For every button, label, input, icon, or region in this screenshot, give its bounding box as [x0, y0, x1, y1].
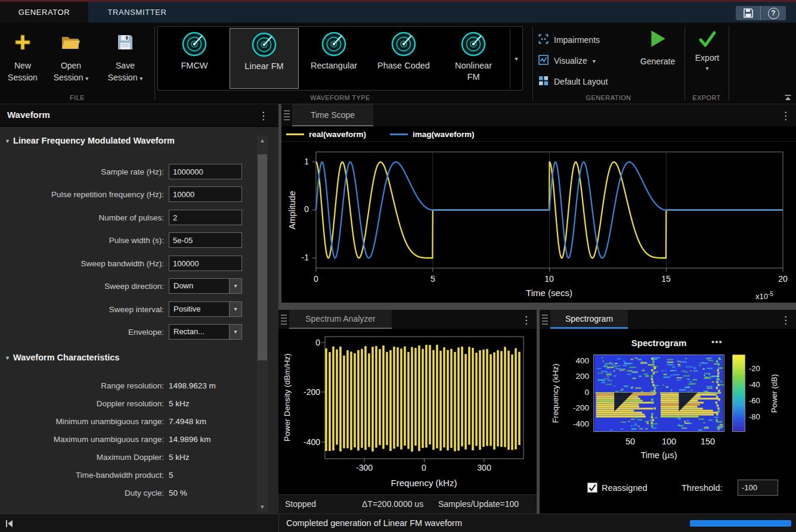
spectrum-analyzer-plot: Power Density (dBm/Hz) 0 -200 -400 -300 …	[278, 329, 537, 494]
waveform-type-rectangular[interactable]: Rectangular	[299, 28, 368, 89]
spectrum-status-state: Stopped	[285, 499, 316, 509]
collapse-ribbon-button[interactable]	[783, 93, 792, 104]
spectrum-analyzer-drag-handle[interactable]	[281, 315, 287, 325]
spectrum-analyzer-header: Spectrum Analyzer ⋮	[278, 310, 537, 329]
panel-divider-horizontal[interactable]	[278, 303, 796, 310]
field-label: Sweep bandwidth (Hz):	[0, 259, 169, 268]
field-label: Pulse width (s):	[0, 236, 169, 245]
x-tick: 15	[654, 274, 678, 284]
radar-icon	[299, 30, 368, 59]
spectrum-analyzer-menu[interactable]: ⋮	[521, 314, 531, 326]
time-scope-plot: Amplitude 1 0 -1 0 5 10 15 20 Time (secs…	[281, 142, 796, 303]
sweep-interval-select[interactable]: Positive ▾	[169, 301, 242, 317]
spectrogram-ylabel: Frequency (kHz)	[549, 354, 561, 432]
reassigned-checkbox[interactable]	[587, 483, 597, 493]
save-dropdown-icon: ▾	[140, 75, 143, 82]
export-button[interactable]: Export ▾	[687, 30, 727, 71]
tab-generator[interactable]: GENERATOR	[0, 2, 88, 23]
envelope-select[interactable]: Rectan... ▾	[169, 324, 242, 340]
gallery-expand-button[interactable]: ▾	[510, 28, 522, 89]
field-label: Sweep direction:	[0, 282, 169, 291]
generate-button[interactable]: Generate	[634, 29, 682, 66]
prf-input[interactable]	[169, 186, 242, 202]
impairments-button[interactable]: Impairments	[538, 34, 600, 46]
default-layout-button[interactable]: Default Layout	[538, 76, 608, 88]
radar-icon	[439, 30, 508, 59]
x-tick: 100	[654, 437, 684, 446]
help-button[interactable]: ?	[761, 6, 786, 20]
sweep-bandwidth-input[interactable]	[169, 256, 242, 271]
spectrum-status-dt: ΔT=200.0000 us	[362, 499, 423, 509]
colorbar-tick: -40	[749, 380, 760, 389]
colorbar-tick: -20	[749, 364, 760, 373]
spectrogram-menu[interactable]: ⋮	[780, 314, 790, 326]
save-session-button[interactable]: Save Session ▾	[101, 27, 149, 99]
waveform-panel-title: Waveform	[7, 110, 50, 120]
spectrogram-tab[interactable]: Spectrogram	[550, 310, 628, 329]
scroll-up-button[interactable]: ▲	[257, 135, 268, 145]
y-tick: -200	[295, 387, 320, 397]
spectrogram-header: Spectrogram ⋮	[540, 310, 796, 329]
characteristic-row: Range resolution: 1498.9623 m	[0, 378, 256, 393]
progress-bar	[690, 520, 791, 527]
time-scope-drag-handle[interactable]	[284, 110, 290, 120]
sweep-direction-select[interactable]: Down ▾	[169, 278, 242, 294]
x-tick: 150	[693, 437, 723, 446]
waveform-type-linear-fm[interactable]: Linear FM	[230, 28, 299, 89]
doppler-resolution-value: 5 kHz	[169, 399, 190, 408]
x-tick: -300	[346, 463, 382, 472]
min-unambiguous-range-value: 7.4948 km	[169, 417, 206, 426]
impairments-icon	[538, 34, 549, 46]
gallery-expand-icon: ▾	[515, 55, 518, 62]
visualize-icon	[538, 55, 549, 67]
play-icon	[634, 29, 682, 51]
waveform-panel-scrollbar[interactable]: ▲ ▼	[257, 135, 268, 512]
waveform-panel-body: ▾ Linear Frequency Modulated Waveform Sa…	[0, 127, 278, 514]
status-divider	[278, 514, 279, 532]
legend-line-real	[286, 133, 304, 135]
restore-panel-button[interactable]	[5, 519, 14, 530]
section-label-generation: GENERATION	[532, 94, 685, 101]
scrollbar-thumb[interactable]	[258, 154, 267, 360]
spectrum-status-samples: Samples/Update=100	[438, 499, 519, 509]
dropdown-arrow-icon: ▾	[229, 279, 241, 293]
group-lfm-waveform[interactable]: ▾ Linear Frequency Modulated Waveform	[6, 136, 175, 145]
x-tick: 50	[615, 437, 645, 446]
x-tick: 0	[304, 274, 328, 284]
waveform-panel-menu[interactable]: ⋮	[258, 110, 268, 122]
pulse-width-input[interactable]	[169, 232, 242, 248]
group-waveform-characteristics[interactable]: ▾ Waveform Characteristics	[6, 353, 119, 362]
waveform-type-phase-coded[interactable]: Phase Coded	[369, 28, 438, 89]
characteristic-row: Doppler resolution: 5 kHz	[0, 396, 256, 411]
open-folder-icon	[48, 33, 94, 52]
collapse-caret-icon: ▾	[6, 354, 9, 361]
quick-save-button[interactable]	[736, 6, 761, 20]
collapse-ribbon-icon	[783, 94, 792, 101]
scroll-down-button[interactable]: ▼	[257, 502, 268, 512]
sample-rate-input[interactable]	[169, 164, 242, 179]
open-session-button[interactable]: Open Session ▾	[48, 27, 94, 99]
new-session-button[interactable]: New Session	[1, 27, 44, 99]
num-pulses-input[interactable]	[169, 210, 242, 225]
x-tick: 0	[406, 463, 442, 472]
help-icon: ?	[768, 8, 779, 19]
field-row: Sample rate (Hz):	[0, 164, 256, 179]
visualize-button[interactable]: Visualize ▾	[538, 55, 596, 67]
y-tick: -200	[565, 403, 589, 412]
threshold-input[interactable]	[738, 480, 778, 496]
spectrogram-drag-handle[interactable]	[542, 315, 548, 325]
waveform-type-fmcw[interactable]: FMCW	[160, 28, 229, 89]
spectrum-ylabel: Power Density (dBm/Hz)	[281, 337, 293, 459]
field-label: Envelope:	[0, 328, 169, 337]
time-scope-menu[interactable]: ⋮	[780, 110, 790, 122]
legend-item-real: real(waveform)	[286, 130, 366, 139]
tab-transmitter[interactable]: TRANSMITTER	[88, 2, 186, 23]
collapse-caret-icon: ▾	[6, 138, 9, 144]
save-session-icon	[101, 33, 149, 52]
time-scope-tab[interactable]: Time Scope	[292, 104, 373, 126]
colorbar-label: Power (dB)	[769, 354, 779, 432]
spectrum-analyzer-tab[interactable]: Spectrum Analyzer	[289, 310, 392, 329]
field-row: Sweep direction: Down ▾	[0, 278, 256, 294]
spectrogram-more-button[interactable]: •••	[711, 337, 723, 347]
waveform-type-nonlinear-fm[interactable]: Nonlinear FM	[439, 28, 508, 89]
